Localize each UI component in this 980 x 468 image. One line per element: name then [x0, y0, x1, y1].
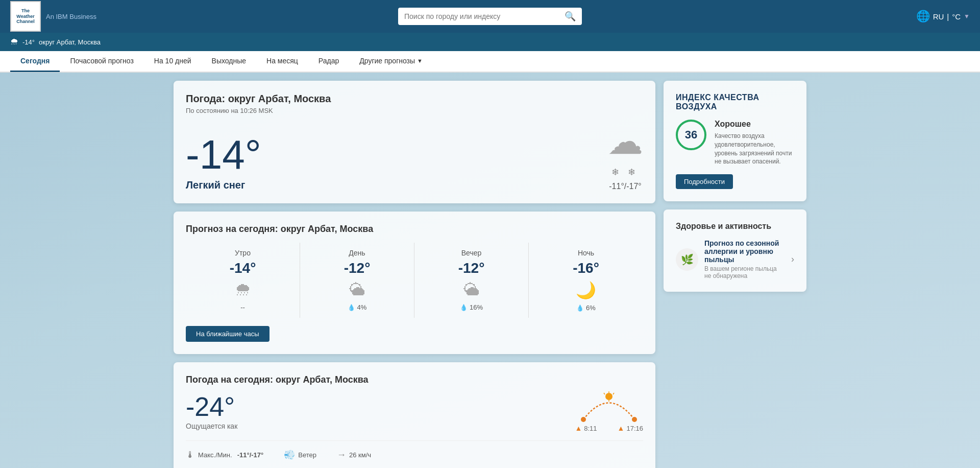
aqi-value: 36 — [685, 128, 697, 142]
forecast-day-temp: -12° — [344, 260, 371, 276]
forecast-evening-precip: 💧 16% — [460, 303, 483, 311]
wind-direction-icon: → — [337, 450, 346, 460]
header-right: 🌐 RU | °C ▼ — [916, 10, 970, 23]
health-card: Здоровье и активность 🌿 Прогноз по сезон… — [664, 209, 806, 292]
nav-item-10day[interactable]: На 10 дней — [144, 51, 202, 72]
forecast-morning-temp: -14° — [230, 260, 256, 276]
left-column: Погода: округ Арбат, Москва По состоянию… — [174, 81, 655, 468]
sun-times: ▲ 8:11 ▲ 17:16 — [575, 424, 643, 432]
svg-line-6 — [613, 393, 614, 394]
svg-point-1 — [632, 417, 637, 422]
unit-separator: | — [947, 12, 949, 21]
forecast-day-label: День — [349, 249, 365, 257]
nav-item-month[interactable]: На месяц — [256, 51, 308, 72]
forecast-today-title: Прогноз на сегодня: округ Арбат, Москва — [186, 224, 643, 235]
sunrise-time: ▲ 8:11 — [575, 424, 597, 432]
nav-item-radar[interactable]: Радар — [308, 51, 349, 72]
nav-item-hourly[interactable]: Почасовой прогноз — [60, 51, 143, 72]
nearby-hours-button[interactable]: На ближайшие часы — [186, 326, 270, 342]
current-weather-left: -14° Легкий снег — [186, 134, 261, 191]
health-allergy-item[interactable]: 🌿 Прогноз по сезонной аллергии и уровню … — [676, 239, 794, 279]
logo-box: The Weather Channel — [10, 1, 41, 32]
current-weather-title: Погода: округ Арбат, Москва — [186, 93, 643, 105]
metric-wind: 💨 Ветер — [284, 449, 316, 460]
forecast-morning: Утро -14° 🌨 -- — [186, 243, 300, 318]
forecast-grid: Утро -14° 🌨 -- День -12° 🌥 💧 4% — [186, 243, 643, 318]
current-temperature: -14° — [186, 134, 261, 175]
globe-icon: 🌐 — [916, 10, 930, 23]
nav-item-weekend[interactable]: Выходные — [202, 51, 256, 72]
sunrise-icon: ▲ — [575, 424, 582, 432]
current-description: Легкий снег — [186, 179, 261, 191]
right-column: ИНДЕКС КАЧЕСТВА ВОЗДУХА 36 Хорошее Качес… — [664, 81, 806, 468]
thermometer-icon: 🌡 — [186, 450, 195, 460]
snow-icon: ❄ ❄ — [611, 167, 639, 178]
aqi-title: ИНДЕКС КАЧЕСТВА ВОЗДУХА — [676, 93, 794, 111]
sunset-time: ▲ 17:16 — [618, 424, 643, 432]
aqi-details-button[interactable]: Подробности — [676, 174, 733, 189]
main-nav: Сегодня Почасовой прогноз На 10 дней Вых… — [0, 51, 980, 73]
aqi-info: Хорошее Качество воздуха удовлетворитель… — [715, 120, 794, 166]
forecast-night: Ночь -16° 🌙 💧 6% — [529, 243, 643, 318]
search-icon[interactable]: 🔍 — [565, 11, 576, 22]
search-input[interactable] — [404, 12, 565, 20]
forecast-day-precip: 💧 4% — [348, 303, 367, 311]
health-allergy-title: Прогноз по сезонной аллергии и уровню пы… — [704, 239, 785, 264]
aqi-level: Хорошее — [715, 120, 794, 129]
forecast-night-temp: -16° — [573, 260, 599, 276]
nav-item-today[interactable]: Сегодня — [10, 51, 60, 72]
svg-point-2 — [605, 393, 612, 400]
metric-wind-speed: → 26 км/ч — [337, 449, 371, 460]
forecast-day: День -12° 🌥 💧 4% — [300, 243, 414, 318]
forecast-evening-icon: 🌥 — [463, 280, 480, 299]
hi-lo-text: -11°/-17° — [609, 182, 642, 191]
subheader-bar: 🌨 -14° округ Арбат, Москва — [0, 33, 980, 51]
health-allergy-desc: В вашем регионе пыльца не обнаружена — [704, 265, 785, 279]
feels-like-left: -24° Ощущается как — [186, 393, 237, 430]
subheader-location: округ Арбат, Москва — [39, 38, 101, 46]
ibm-text: An IBM Business — [46, 13, 96, 20]
forecast-today-card: Прогноз на сегодня: округ Арбат, Москва … — [174, 212, 655, 354]
health-allergy-info: Прогноз по сезонной аллергии и уровню пы… — [704, 239, 785, 279]
pollen-icon: 🌿 — [676, 248, 698, 271]
aqi-body: 36 Хорошее Качество воздуха удовлетворит… — [676, 120, 794, 166]
metrics-row: 🌡 Макс./Мин. -11°/-17° 💨 Ветер → 26 км/ч — [186, 440, 643, 460]
sunset-icon: ▲ — [618, 424, 625, 432]
aqi-description: Качество воздуха удовлетворительное, уро… — [715, 132, 794, 166]
forecast-morning-precip: -- — [240, 303, 245, 311]
forecast-night-icon: 🌙 — [576, 280, 596, 300]
current-weather-subtitle: По состоянию на 10:26 MSK — [186, 107, 643, 114]
svg-line-5 — [604, 393, 605, 394]
forecast-day-icon: 🌥 — [349, 280, 365, 299]
header: The Weather Channel An IBM Business 🔍 🌐 … — [0, 0, 980, 33]
health-chevron-icon: › — [791, 254, 794, 265]
current-weather-card: Погода: округ Арбат, Москва По состоянию… — [174, 81, 655, 203]
forecast-morning-icon: 🌨 — [235, 280, 251, 299]
subheader-cloud-icon: 🌨 — [10, 37, 18, 46]
unit-label: °C — [952, 12, 961, 21]
metric-maxmin: 🌡 Макс./Мин. -11°/-17° — [186, 449, 263, 460]
night-precip-drop: 💧 — [576, 305, 584, 312]
sun-arc-container: ▲ 8:11 ▲ 17:16 — [575, 391, 643, 432]
search-bar[interactable]: 🔍 — [398, 8, 582, 25]
sun-arc-svg — [578, 391, 640, 422]
current-weather-right: ☁ ❄ ❄ -11°/-17° — [607, 121, 643, 191]
forecast-evening: Вечер -12° 🌥 💧 16% — [414, 243, 529, 318]
feels-like-temp: -24° — [186, 393, 237, 420]
evening-precip-drop: 💧 — [460, 304, 468, 311]
aqi-circle: 36 — [676, 120, 706, 150]
forecast-night-label: Ночь — [578, 249, 594, 257]
nav-item-other[interactable]: Другие прогнозы ▼ — [349, 51, 433, 72]
current-weather-body: -14° Легкий снег ☁ ❄ ❄ -11°/-17° — [186, 121, 643, 191]
day-precip-drop: 💧 — [348, 304, 355, 311]
lang-label: RU — [933, 12, 944, 21]
forecast-night-precip: 💧 6% — [576, 304, 596, 312]
wind-icon: 💨 — [284, 449, 295, 460]
svg-point-0 — [581, 417, 586, 422]
today-detail-title: Погода на сегодня: округ Арбат, Москва — [186, 375, 643, 385]
unit-dropdown-arrow[interactable]: ▼ — [964, 13, 970, 20]
forecast-morning-label: Утро — [235, 249, 251, 257]
forecast-evening-temp: -12° — [458, 260, 485, 276]
subheader-temp: -14° — [22, 38, 35, 46]
main-layout: Погода: округ Арбат, Москва По состоянию… — [163, 73, 817, 468]
